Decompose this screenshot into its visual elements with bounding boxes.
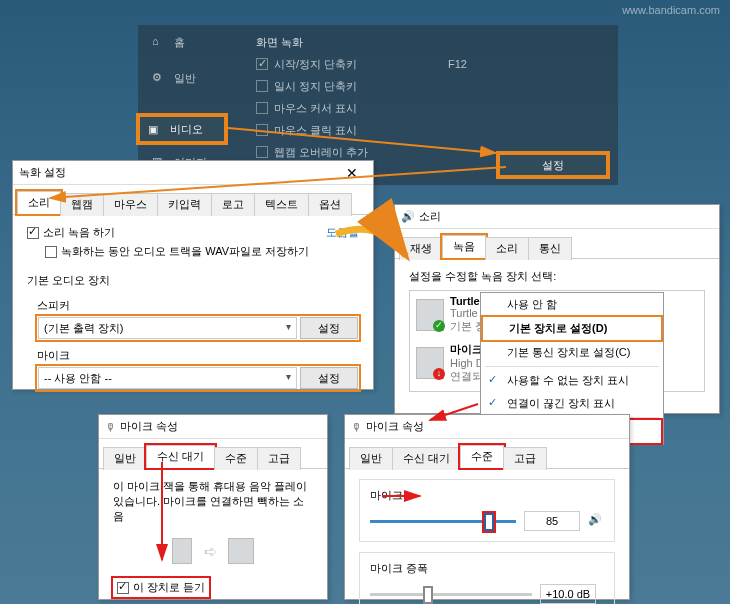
- mic-icon: 🎙: [351, 421, 362, 433]
- checkbox-icon[interactable]: [256, 102, 268, 114]
- titlebar: 녹화 설정 ✕: [13, 161, 373, 185]
- mic-label: 마이크: [37, 348, 359, 363]
- watermark: www.bandicam.com: [622, 4, 720, 16]
- checkbox-icon[interactable]: [256, 124, 268, 136]
- device-sub: High D: [450, 357, 484, 369]
- ctx-disable[interactable]: 사용 안 함: [481, 293, 663, 316]
- prompt: 설정을 수정할 녹음 장치 선택:: [409, 269, 705, 284]
- mic-icon: 🎙: [105, 421, 116, 433]
- desc-line2: 있습니다. 마이크를 연결하면 빽하는 소음: [113, 494, 313, 524]
- ctx-show-disconnected[interactable]: 연결이 끊긴 장치 표시: [481, 392, 663, 415]
- tab-mouse[interactable]: 마우스: [103, 193, 158, 216]
- titlebar: 🎙 마이크 속성: [99, 415, 327, 439]
- mic-level-value: 85: [524, 511, 580, 531]
- tab-advanced[interactable]: 고급: [503, 447, 547, 470]
- help-link[interactable]: 도움말: [326, 225, 359, 240]
- bg-item-webcam: 웹캠 오버레이 추가: [274, 145, 368, 160]
- bg-item-click: 마우스 클릭 표시: [274, 123, 357, 138]
- boost-value: +10.0 dB: [540, 584, 596, 604]
- window-title: 녹화 설정: [19, 165, 66, 180]
- close-button[interactable]: ✕: [337, 165, 367, 181]
- tab-general[interactable]: 일반: [103, 447, 147, 470]
- boost-slider[interactable]: [370, 593, 532, 596]
- tab-sound[interactable]: 소리: [17, 191, 61, 214]
- tab-bar: 일반 수신 대기 수준 고급: [345, 445, 629, 469]
- tab-playback[interactable]: 재생: [399, 237, 443, 260]
- record-sound-checkbox[interactable]: 소리 녹음 하기: [27, 225, 115, 240]
- save-wav-checkbox[interactable]: 녹화하는 동안 오디오 트랙을 WAV파일로 저장하기: [45, 245, 309, 257]
- speaker-icon: [228, 538, 254, 564]
- tab-bar: 재생 녹음 소리 통신: [395, 235, 719, 259]
- bg-item-start: 시작/정지 단축키: [274, 57, 357, 72]
- tab-bar: 일반 수신 대기 수준 고급: [99, 445, 327, 469]
- listen-device-checkbox[interactable]: 이 장치로 듣기: [113, 578, 209, 597]
- mic-icon: [172, 538, 192, 564]
- desc-line1: 이 마이크 잭을 통해 휴대용 음악 플레이: [113, 479, 313, 494]
- gear-icon: ⚙: [152, 71, 166, 85]
- device-icon: [416, 347, 444, 379]
- mic-properties-listen: 🎙 마이크 속성 일반 수신 대기 수준 고급 이 마이크 잭을 통해 휴대용 …: [98, 414, 328, 600]
- ctx-set-default[interactable]: 기본 장치로 설정(D): [483, 317, 661, 340]
- group-label: 기본 오디오 장치: [27, 273, 359, 288]
- window-title: 마이크 속성: [366, 419, 424, 434]
- tab-comm[interactable]: 통신: [528, 237, 572, 260]
- mic-dropdown[interactable]: -- 사용 안함 --: [38, 367, 297, 389]
- checkbox-icon: [117, 582, 129, 594]
- arrow-icon: ➪: [204, 543, 217, 560]
- tab-bar: 소리 웹캠 마우스 키입력 로고 텍스트 옵션: [13, 191, 373, 215]
- bg-item-pause: 일시 정지 단축키: [274, 79, 357, 94]
- sidebar-video[interactable]: ▣비디오: [138, 115, 226, 143]
- tab-options[interactable]: 옵션: [308, 193, 352, 216]
- window-title: 마이크 속성: [120, 419, 178, 434]
- ctx-show-disabled[interactable]: 사용할 수 없는 장치 표시: [481, 369, 663, 392]
- mic-settings-button[interactable]: 설정: [300, 367, 358, 389]
- device-name: 마이크: [450, 342, 484, 357]
- checkbox-icon[interactable]: ✓: [256, 58, 268, 70]
- sidebar-home[interactable]: 홈: [174, 35, 185, 50]
- home-icon: ⌂: [152, 35, 166, 49]
- tab-sounds[interactable]: 소리: [485, 237, 529, 260]
- slider-thumb[interactable]: [423, 586, 433, 604]
- device-icon: [416, 299, 444, 331]
- tab-text[interactable]: 텍스트: [254, 193, 309, 216]
- speaker-label: 스피커: [37, 298, 359, 313]
- bg-hotkey: F12: [448, 53, 467, 75]
- tab-logo[interactable]: 로고: [211, 193, 255, 216]
- tab-advanced[interactable]: 고급: [257, 447, 301, 470]
- checkbox-icon: [27, 227, 39, 239]
- titlebar: 🎙 마이크 속성: [345, 415, 629, 439]
- speaker-settings-button[interactable]: 설정: [300, 317, 358, 339]
- tab-recording[interactable]: 녹음: [442, 235, 486, 258]
- bg-section-title: 화면 녹화: [256, 31, 303, 53]
- slider-thumb[interactable]: [484, 513, 494, 531]
- checkbox-icon[interactable]: [256, 146, 268, 158]
- mic-level-label: 마이크: [370, 488, 604, 503]
- separator: [485, 366, 659, 367]
- device-status: 연결되: [450, 369, 484, 384]
- recording-settings-dialog: 녹화 설정 ✕ 소리 웹캠 마우스 키입력 로고 텍스트 옵션 소리 녹음 하기…: [12, 160, 374, 390]
- video-icon: ▣: [148, 117, 162, 131]
- checkbox-icon: [45, 246, 57, 258]
- tab-levels[interactable]: 수준: [214, 447, 258, 470]
- ctx-set-default-comm[interactable]: 기본 통신 장치로 설정(C): [481, 341, 663, 364]
- speaker-dropdown[interactable]: (기본 출력 장치): [38, 317, 297, 339]
- titlebar: 🔊 소리: [395, 205, 719, 229]
- speaker-icon[interactable]: 🔊: [588, 513, 604, 529]
- boost-label: 마이크 증폭: [370, 561, 604, 576]
- tab-webcam[interactable]: 웹캠: [60, 193, 104, 216]
- tab-key[interactable]: 키입력: [157, 193, 212, 216]
- tab-listen[interactable]: 수신 대기: [146, 445, 215, 468]
- tab-levels[interactable]: 수준: [460, 445, 504, 468]
- bg-item-cursor: 마우스 커서 표시: [274, 101, 357, 116]
- mic-level-slider[interactable]: [370, 520, 516, 523]
- mic-properties-levels: 🎙 마이크 속성 일반 수신 대기 수준 고급 마이크 85 🔊 마이크 증폭: [344, 414, 630, 600]
- checkbox-icon[interactable]: [256, 80, 268, 92]
- window-title: 소리: [419, 209, 441, 224]
- tab-listen[interactable]: 수신 대기: [392, 447, 461, 470]
- bg-settings-button[interactable]: 설정: [498, 153, 608, 177]
- speaker-icon: 🔊: [401, 210, 415, 223]
- tab-general[interactable]: 일반: [349, 447, 393, 470]
- sidebar-general[interactable]: 일반: [174, 71, 196, 86]
